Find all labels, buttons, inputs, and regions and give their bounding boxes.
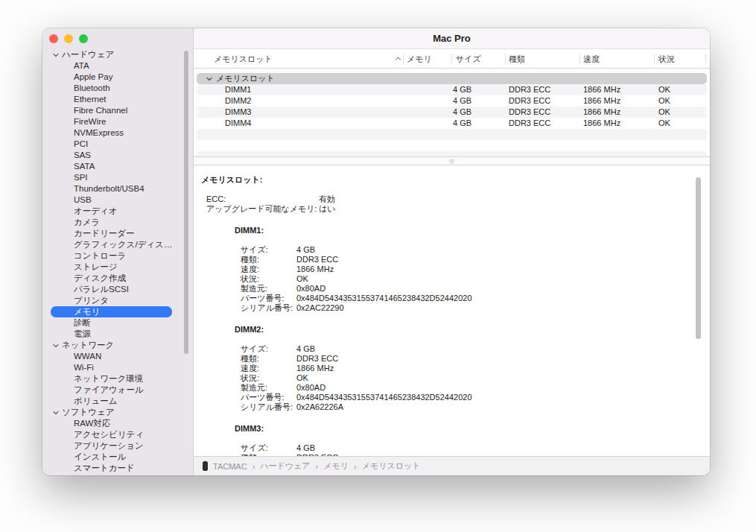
sidebar-item-volumes[interactable]: ボリューム [42,396,193,407]
sidebar-item-power[interactable]: 電源 [42,329,193,340]
sidebar-scrollbar[interactable] [184,51,188,354]
memory-slot-table: メモリスロット DIMM1 4 GB DDR3 ECC 1866 MHz OK … [194,69,710,156]
sidebar-item-disc-burning[interactable]: ディスク作成 [42,273,193,284]
sidebar-item-camera[interactable]: カメラ [42,217,193,228]
detail-field-size: サイズ:4 GB [241,245,710,255]
detail-field-manufacturer: 製造元:0x80AD [241,383,710,393]
column-header-size[interactable]: サイズ [456,49,481,69]
sidebar-item-diagnostics[interactable]: 診断 [42,317,193,329]
detail-scrollbar[interactable] [696,177,701,339]
table-row-dimm2[interactable]: DIMM2 4 GB DDR3 ECC 1866 MHz OK [197,95,707,107]
column-header-memory[interactable]: メモリ [407,49,432,69]
window-title: Mac Pro [433,33,471,44]
table-row-dimm1[interactable]: DIMM1 4 GB DDR3 ECC 1866 MHz OK [197,84,707,95]
table-empty-row [197,140,707,151]
sidebar-item-firewire[interactable]: FireWire [42,116,193,127]
detail-field-type: 種類:DDR3 ECC [241,354,710,364]
breadcrumb-memory[interactable]: メモリ [323,460,349,472]
sidebar-item-accessibility[interactable]: アクセシビリティ [42,429,193,440]
sidebar-selected-highlight: メモリ [51,306,172,317]
column-header-status[interactable]: 状況 [658,49,675,69]
detail-field-size: サイズ:4 GB [241,344,710,354]
column-header-speed[interactable]: 速度 [583,49,600,69]
sidebar-item-ata[interactable]: ATA [42,60,193,72]
sidebar-item-sata[interactable]: SATA [42,161,193,172]
chevron-down-icon [53,343,59,349]
breadcrumb-separator: › [316,462,319,471]
column-header-memory-slot[interactable]: メモリスロット [214,49,273,69]
sidebar-item-usb[interactable]: USB [42,194,193,206]
detail-field-speed: 速度:1866 MHz [241,265,710,274]
column-divider[interactable] [705,54,706,64]
sidebar-item-ethernet[interactable]: Ethernet [42,94,193,105]
detail-field-manufacturer: 製造元:0x80AD [241,284,710,294]
minimize-button[interactable] [64,34,73,43]
detail-field-part-number: パーツ番号:0x484D54343531553741465238432D5244… [241,393,710,402]
table-empty-row [197,151,707,156]
detail-block-dimm1: DIMM1: サイズ:4 GB 種類:DDR3 ECC 速度:1866 MHz … [235,226,710,313]
column-divider[interactable] [579,54,580,64]
sidebar-item-printers[interactable]: プリンタ [42,295,193,306]
sidebar-item-storage[interactable]: ストレージ [42,262,193,273]
sidebar-item-installations[interactable]: インストール [42,452,193,463]
table-row-dimm4[interactable]: DIMM4 4 GB DDR3 ECC 1866 MHz OK [197,118,707,129]
table-row-dimm3[interactable]: DIMM3 4 GB DDR3 ECC 1866 MHz OK [197,107,707,118]
sidebar-item-firewall[interactable]: ファイアウォール [42,384,193,396]
column-divider[interactable] [403,54,404,64]
column-divider[interactable] [654,54,655,64]
sidebar-item-pci[interactable]: PCI [42,139,193,150]
sidebar-section-network[interactable]: ネットワーク [42,340,193,351]
pane-splitter[interactable] [194,156,710,165]
detail-field-part-number: パーツ番号:0x484D54343531553741465238432D5244… [241,294,710,303]
sidebar-item-network-locations[interactable]: ネットワーク環境 [42,373,193,384]
breadcrumb-memory-slot[interactable]: メモリスロット [362,460,421,472]
sidebar-item-raw-support[interactable]: RAW対応 [42,418,193,429]
sidebar-item-fibre-channel[interactable]: Fibre Channel [42,105,193,116]
sidebar-item-thunderbolt-usb4[interactable]: Thunderbolt/USB4 [42,183,193,194]
sidebar-section-label: ハードウェア [62,49,114,60]
sidebar-item-controller[interactable]: コントローラ [42,250,193,262]
status-bar: TACMAC › ハードウェア › メモリ › メモリスロット [194,456,710,475]
sidebar-item-apple-pay[interactable]: Apple Pay [42,72,193,83]
sidebar-section-label: ネットワーク [62,340,114,351]
close-button[interactable] [49,34,58,43]
sidebar-item-profiles[interactable]: プロファイル [42,474,193,475]
sidebar-section-hardware[interactable]: ハードウェア [42,49,193,60]
column-divider[interactable] [451,54,452,64]
splitter-handle-icon[interactable] [449,159,454,164]
sidebar-item-bluetooth[interactable]: Bluetooth [42,83,193,94]
sidebar-item-applications[interactable]: アプリケーション [42,440,193,452]
sidebar-item-card-reader[interactable]: カードリーダー [42,228,193,239]
sidebar-item-memory[interactable]: メモリ [42,306,193,317]
sidebar-item-smart-cards[interactable]: スマートカード [42,463,193,474]
detail-field-speed: 速度:1866 MHz [241,364,710,373]
system-information-window: ハードウェア ATA Apple Pay Bluetooth Ethernet … [42,28,710,475]
detail-field-status: 状況:OK [241,274,710,284]
sidebar-item-wifi[interactable]: Wi-Fi [42,362,193,373]
sidebar: ハードウェア ATA Apple Pay Bluetooth Ethernet … [42,28,194,475]
sidebar-item-sas[interactable]: SAS [42,150,193,161]
sidebar-item-wwan[interactable]: WWAN [42,351,193,362]
detail-field-serial-number: シリアル番号:0x2AC22290 [241,303,710,313]
mac-pro-icon [203,461,208,471]
detail-field-serial-number: シリアル番号:0x2A62226A [241,402,710,412]
detail-block-dimm2: DIMM2: サイズ:4 GB 種類:DDR3 ECC 速度:1866 MHz … [235,325,710,412]
table-group-row-memory-slot[interactable]: メモリスロット [197,73,707,84]
group-row-label: メモリスロット [216,73,275,84]
breadcrumb-hardware[interactable]: ハードウェア [260,460,310,472]
sidebar-item-nvmexpress[interactable]: NVMExpress [42,127,193,139]
titlebar[interactable]: Mac Pro [194,28,710,49]
column-divider[interactable] [505,54,506,64]
breadcrumb-separator: › [252,462,255,471]
detail-field-type: 種類:DDR3 ECC [241,255,710,265]
breadcrumb-device[interactable]: TACMAC [213,462,247,471]
detail-field-size: サイズ:4 GB [241,443,710,453]
sidebar-section-label: ソフトウェア [62,407,115,418]
zoom-button[interactable] [79,34,88,43]
sidebar-section-software[interactable]: ソフトウェア [42,407,193,418]
sidebar-item-parallel-scsi[interactable]: パラレルSCSI [42,284,193,295]
sidebar-item-spi[interactable]: SPI [42,172,193,183]
column-header-type[interactable]: 種類 [509,49,525,69]
sidebar-item-audio[interactable]: オーディオ [42,206,193,217]
sidebar-item-graphics-displays[interactable]: グラフィックス/ディス… [42,239,193,250]
